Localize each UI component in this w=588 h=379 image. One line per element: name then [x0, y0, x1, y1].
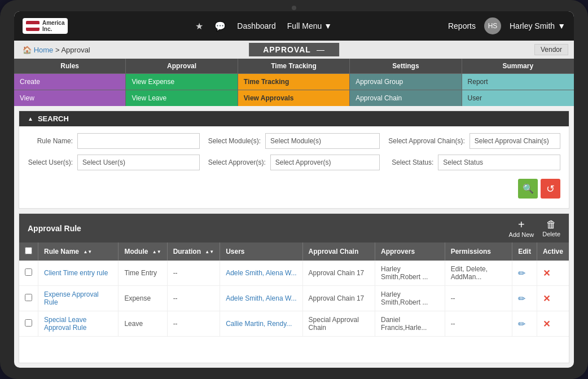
tab-header-summary: Summary	[462, 59, 574, 73]
tab-view-expense[interactable]: View Expense	[126, 73, 238, 90]
tab-time-tracking[interactable]: Time Tracking	[238, 73, 350, 90]
row2-edit-icon[interactable]: ✏	[518, 294, 525, 303]
table-row: Expense Approval Rule Expense -- Adele S…	[19, 286, 569, 311]
row3-approval-chain: Special Approval Chain	[302, 311, 375, 337]
tab-header-time-tracking: Time Tracking	[238, 59, 350, 73]
row2-edit: ✏	[512, 286, 537, 311]
search-body: Rule Name: Select Module(s): Select Modu…	[19, 126, 569, 208]
row2-permissions: --	[445, 286, 512, 311]
row2-module: Expense	[119, 286, 167, 311]
select-status-label: Select Status:	[388, 158, 433, 166]
tab-user[interactable]: User	[462, 90, 574, 106]
tab-items-row2: View View Leave View Approvals Approval …	[14, 90, 574, 106]
delete-label: Delete	[542, 231, 560, 237]
full-menu-dropdown[interactable]: Full Menu ▼	[287, 21, 332, 30]
tab-report[interactable]: Report	[462, 73, 574, 90]
row1-delete-icon[interactable]: ✕	[543, 268, 550, 278]
row1-approvers: Harley Smith,Robert ...	[375, 261, 445, 286]
rule-name-label: Rule Name:	[28, 137, 73, 145]
chat-icon[interactable]: 💬	[214, 21, 226, 32]
select-user-input[interactable]: Select User(s)	[77, 155, 200, 170]
select-status-input[interactable]: Select Status	[438, 155, 560, 170]
table-body: Client Time entry rule Time Entry -- Ade…	[19, 261, 569, 337]
rule-name-input[interactable]	[77, 133, 200, 149]
sort-rule-name[interactable]: ▲▼	[83, 249, 92, 254]
search-actions: 🔍 ↺	[28, 176, 560, 201]
row3-edit-icon[interactable]: ✏	[518, 319, 525, 329]
home-link[interactable]: Home	[34, 46, 54, 54]
row2-select[interactable]	[25, 294, 32, 301]
tab-approval-chain[interactable]: Approval Chain	[350, 90, 462, 106]
row3-active: ✕	[537, 311, 569, 337]
col-users: Users	[220, 243, 302, 261]
sort-duration[interactable]: ▲▼	[205, 249, 214, 254]
tab-create[interactable]: Create	[14, 73, 126, 90]
search-section: ▲ SEARCH Rule Name: Select Module(s): Se…	[19, 111, 569, 209]
col-module: Module ▲▼	[119, 243, 167, 261]
row3-module: Leave	[119, 311, 167, 337]
row1-checkbox	[19, 261, 38, 286]
logo-flag	[26, 21, 40, 31]
row1-select[interactable]	[25, 268, 32, 276]
tab-view[interactable]: View	[14, 90, 126, 106]
row1-edit-icon[interactable]: ✏	[518, 268, 525, 278]
col-active: Active	[537, 243, 569, 261]
delete-button[interactable]: 🗑 Delete	[542, 219, 560, 237]
select-all-checkbox[interactable]	[25, 247, 32, 254]
reports-link[interactable]: Reports	[448, 21, 476, 30]
select-modules-label: Select Module(s):	[208, 137, 261, 145]
select-modules-field: Select Module(s): Select Module(s)	[208, 133, 380, 149]
row1-rule-name: Client Time entry rule	[38, 261, 119, 286]
col-approvers: Approvers	[375, 243, 445, 261]
add-new-button[interactable]: + Add New	[509, 218, 534, 238]
select-user-label: Select User(s):	[28, 158, 73, 166]
table-head: Rule Name ▲▼ Module ▲▼ Duration ▲▼	[19, 243, 569, 261]
menu-tabs: Rules Approval Time Tracking Settings Su…	[14, 59, 574, 106]
row1-permissions: Edit, Delete, AddMan...	[445, 261, 512, 286]
table-section: Approval Rule + Add New 🗑 Delete	[19, 213, 569, 363]
table-scroll: Rule Name ▲▼ Module ▲▼ Duration ▲▼	[19, 243, 569, 363]
breadcrumb: 🏠 Home > Approval	[23, 46, 90, 54]
nav-right: Reports HS Harley Smith ▼	[448, 17, 565, 34]
reset-button[interactable]: ↺	[541, 179, 560, 199]
select-approver-label: Select Approver(s):	[208, 158, 266, 166]
tab-approval-group[interactable]: Approval Group	[350, 73, 462, 90]
tab-view-leave[interactable]: View Leave	[126, 90, 238, 106]
search-row-1: Rule Name: Select Module(s): Select Modu…	[28, 133, 560, 149]
delete-icon: 🗑	[546, 219, 556, 231]
table-row: Special Leave Approval Rule Leave -- Cal…	[19, 311, 569, 337]
row1-active: ✕	[537, 261, 569, 286]
tab-header-rules: Rules	[14, 59, 126, 73]
row3-delete-icon[interactable]: ✕	[543, 319, 550, 329]
user-menu[interactable]: Harley Smith ▼	[510, 21, 565, 30]
page-title: APPROVAL —	[249, 43, 339, 56]
vendor-button[interactable]: Vendor	[534, 44, 568, 55]
logo-container[interactable]: America Inc.	[23, 18, 68, 34]
select-status-field: Select Status: Select Status	[388, 155, 560, 170]
star-icon[interactable]: ★	[195, 21, 203, 32]
avatar: HS	[484, 17, 501, 34]
screen: America Inc. ★ 💬 Dashboard Full Menu ▼ R…	[14, 11, 574, 368]
search-button[interactable]: 🔍	[518, 179, 538, 199]
row3-users: Callie Martin, Rendy...	[220, 311, 302, 337]
select-modules-input[interactable]: Select Module(s)	[265, 133, 380, 149]
table-title: Approval Rule	[28, 224, 81, 233]
tab-header-settings: Settings	[350, 59, 462, 73]
select-approval-chain-input[interactable]: Select Approval Chain(s)	[469, 133, 560, 149]
select-approver-input[interactable]: Select Approver(s)	[270, 155, 380, 170]
row3-edit: ✏	[512, 311, 537, 337]
rule-name-field: Rule Name:	[28, 133, 200, 149]
approval-rule-table: Rule Name ▲▼ Module ▲▼ Duration ▲▼	[19, 243, 569, 337]
tab-headers: Rules Approval Time Tracking Settings Su…	[14, 59, 574, 73]
row1-users: Adele Smith, Alena W...	[220, 261, 302, 286]
col-checkbox	[19, 243, 38, 261]
row2-delete-icon[interactable]: ✕	[543, 294, 550, 303]
dashboard-link[interactable]: Dashboard	[237, 21, 276, 30]
sort-module[interactable]: ▲▼	[152, 249, 161, 254]
tab-view-approvals[interactable]: View Approvals	[238, 90, 350, 106]
row2-users: Adele Smith, Alena W...	[220, 286, 302, 311]
row1-duration: --	[167, 261, 220, 286]
breadcrumb-bar: 🏠 Home > Approval APPROVAL — Vendor	[14, 41, 574, 59]
row3-select[interactable]	[25, 319, 32, 327]
row3-permissions: --	[445, 311, 512, 337]
